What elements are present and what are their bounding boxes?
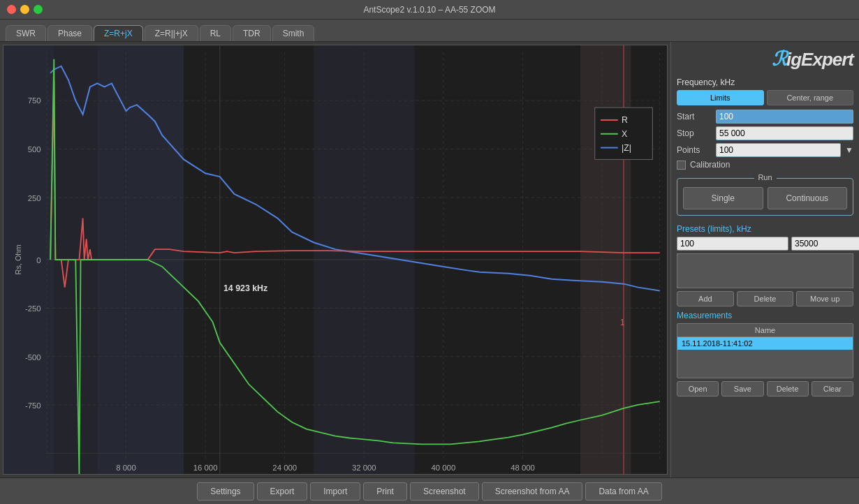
measurements-empty-area bbox=[677, 350, 853, 378]
calibration-row: Calibration bbox=[677, 160, 853, 170]
run-section: Run Single Continuous bbox=[677, 178, 853, 216]
window-title: AntScope2 v.1.0.10 – AA-55 ZOOM bbox=[363, 5, 495, 15]
save-button[interactable]: Save bbox=[721, 381, 763, 396]
limits-button[interactable]: Limits bbox=[677, 90, 764, 105]
svg-text:500: 500 bbox=[28, 146, 41, 154]
tab-swr[interactable]: SWR bbox=[6, 25, 46, 41]
chart-area[interactable]: 750 500 250 0 -250 -500 -750 8 000 16 00… bbox=[3, 45, 668, 475]
measurements-label: Measurements bbox=[677, 311, 853, 320]
svg-text:24 000: 24 000 bbox=[272, 464, 297, 472]
clear-button[interactable]: Clear bbox=[812, 381, 853, 396]
start-label: Start bbox=[677, 112, 712, 121]
open-button[interactable]: Open bbox=[677, 381, 719, 396]
stop-label: Stop bbox=[677, 128, 712, 138]
points-spinner[interactable]: ▼ bbox=[845, 145, 853, 155]
svg-text:32 000: 32 000 bbox=[352, 464, 376, 472]
svg-rect-1 bbox=[3, 45, 54, 474]
presets-section: Presets (limits), kHz Add Delete Move up bbox=[677, 224, 853, 306]
measurements-column-header: Name bbox=[677, 324, 853, 337]
tab-rl[interactable]: RL bbox=[200, 25, 231, 41]
svg-text:14 923 kHz: 14 923 kHz bbox=[223, 283, 267, 293]
delete-measurement-button[interactable]: Delete bbox=[767, 381, 809, 396]
data-from-aa-button[interactable]: Data from AA bbox=[585, 482, 661, 501]
screenshot-button[interactable]: Screenshot bbox=[410, 482, 479, 501]
stop-input[interactable] bbox=[716, 126, 853, 140]
chart-svg: 750 500 250 0 -250 -500 -750 8 000 16 00… bbox=[3, 45, 667, 474]
preset-input-1[interactable] bbox=[677, 237, 788, 251]
svg-text:-250: -250 bbox=[25, 304, 41, 313]
tab-zrjx2[interactable]: Z=R||+jX bbox=[145, 25, 198, 41]
presets-inputs bbox=[677, 237, 853, 251]
screenshot-from-aa-button[interactable]: Screenshot from AA bbox=[482, 482, 583, 501]
titlebar: AntScope2 v.1.0.10 – AA-55 ZOOM bbox=[0, 0, 859, 20]
calibration-label: Calibration bbox=[690, 160, 725, 170]
logo-area: ℛigExpert bbox=[677, 47, 853, 71]
preset-action-buttons: Add Delete Move up bbox=[677, 291, 853, 306]
measurement-row-1[interactable]: 15.11.2018-11:41:02 bbox=[677, 337, 853, 350]
tab-phase[interactable]: Phase bbox=[47, 25, 92, 41]
preset-input-2[interactable] bbox=[791, 237, 859, 251]
tab-tdr[interactable]: TDR bbox=[233, 25, 271, 41]
start-row: Start bbox=[677, 110, 853, 124]
run-title: Run bbox=[754, 173, 776, 181]
tab-smith[interactable]: Smith bbox=[272, 25, 315, 41]
window-controls[interactable] bbox=[7, 5, 43, 14]
tab-bar: SWR Phase Z=R+jX Z=R||+jX RL TDR Smith bbox=[0, 20, 859, 42]
bottom-bar: Settings Export Import Print Screenshot … bbox=[0, 477, 859, 504]
continuous-button[interactable]: Continuous bbox=[768, 187, 848, 209]
svg-text:-500: -500 bbox=[25, 353, 41, 362]
tab-zrjx[interactable]: Z=R+jX bbox=[94, 25, 143, 41]
points-row: Points ▼ bbox=[677, 143, 853, 157]
center-range-button[interactable]: Center, range bbox=[767, 90, 854, 105]
svg-text:-750: -750 bbox=[25, 401, 41, 410]
svg-text:8 000: 8 000 bbox=[116, 464, 135, 472]
svg-text:X: X bbox=[622, 129, 627, 139]
minimize-button[interactable] bbox=[20, 5, 29, 14]
delete-preset-button[interactable]: Delete bbox=[737, 291, 794, 306]
mode-buttons: Limits Center, range bbox=[677, 90, 853, 105]
svg-text:48 000: 48 000 bbox=[511, 464, 535, 472]
frequency-label: Frequency, kHz bbox=[677, 77, 853, 87]
svg-text:250: 250 bbox=[28, 194, 41, 202]
right-panel: ℛigExpert Frequency, kHz Limits Center, … bbox=[670, 42, 859, 477]
logo: ℛigExpert bbox=[772, 47, 853, 71]
calibration-checkbox[interactable] bbox=[677, 161, 686, 170]
measurements-table: Name 15.11.2018-11:41:02 bbox=[677, 323, 853, 378]
presets-list[interactable] bbox=[677, 253, 853, 288]
maximize-button[interactable] bbox=[34, 5, 43, 14]
main-layout: 750 500 250 0 -250 -500 -750 8 000 16 00… bbox=[0, 42, 859, 477]
measurements-section: Measurements Name 15.11.2018-11:41:02 Op… bbox=[677, 311, 853, 396]
move-up-button[interactable]: Move up bbox=[796, 291, 853, 306]
svg-text:750: 750 bbox=[28, 96, 41, 105]
single-button[interactable]: Single bbox=[683, 187, 763, 209]
svg-text:0: 0 bbox=[36, 256, 41, 265]
import-button[interactable]: Import bbox=[310, 482, 360, 501]
svg-text:R: R bbox=[622, 115, 628, 125]
stop-row: Stop bbox=[677, 126, 853, 140]
points-input[interactable] bbox=[716, 143, 841, 157]
start-input[interactable] bbox=[716, 110, 853, 124]
svg-text:1: 1 bbox=[620, 318, 625, 327]
svg-text:|Z|: |Z| bbox=[622, 143, 631, 153]
svg-text:16 000: 16 000 bbox=[193, 464, 218, 472]
add-button[interactable]: Add bbox=[677, 291, 734, 306]
settings-button[interactable]: Settings bbox=[197, 482, 254, 501]
svg-text:Rs, Ohm: Rs, Ohm bbox=[14, 245, 22, 275]
print-button[interactable]: Print bbox=[363, 482, 407, 501]
run-buttons: Single Continuous bbox=[683, 187, 847, 209]
svg-text:40 000: 40 000 bbox=[432, 464, 456, 472]
meas-action-buttons: Open Save Delete Clear bbox=[677, 381, 853, 396]
close-button[interactable] bbox=[7, 5, 16, 14]
export-button[interactable]: Export bbox=[257, 482, 308, 501]
frequency-section: Frequency, kHz Limits Center, range Star… bbox=[677, 77, 853, 174]
presets-label: Presets (limits), kHz bbox=[677, 224, 853, 234]
points-label: Points bbox=[677, 145, 712, 155]
